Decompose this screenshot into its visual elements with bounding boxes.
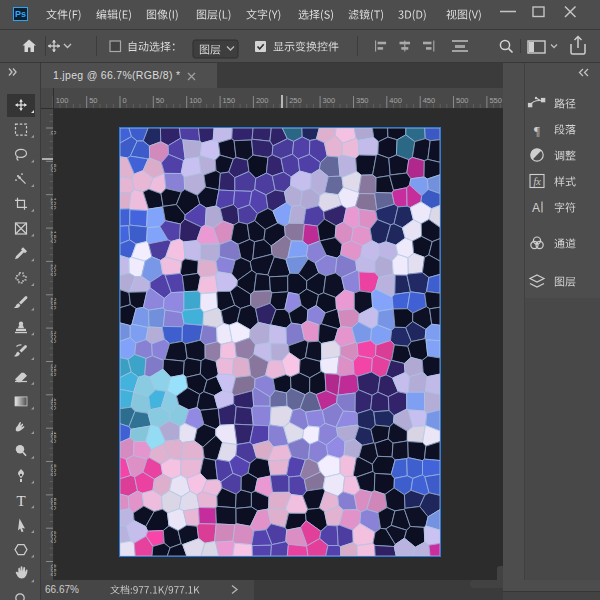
svg-text:350: 350 [356, 96, 369, 105]
svg-text:450: 450 [423, 96, 436, 105]
svg-text:fx: fx [533, 176, 541, 187]
svg-text:500: 500 [456, 96, 469, 105]
svg-text:150: 150 [223, 96, 236, 105]
svg-text:250: 250 [289, 96, 302, 105]
svg-text:A: A [532, 201, 540, 215]
svg-text:200: 200 [256, 96, 269, 105]
svg-text:0: 0 [123, 96, 127, 105]
svg-text:400: 400 [389, 96, 402, 105]
svg-text:50: 50 [89, 96, 97, 105]
svg-text:100: 100 [189, 96, 202, 105]
svg-text:550: 550 [489, 96, 502, 105]
svg-text:50: 50 [156, 96, 164, 105]
svg-text:300: 300 [323, 96, 336, 105]
svg-text:¶: ¶ [534, 123, 540, 138]
